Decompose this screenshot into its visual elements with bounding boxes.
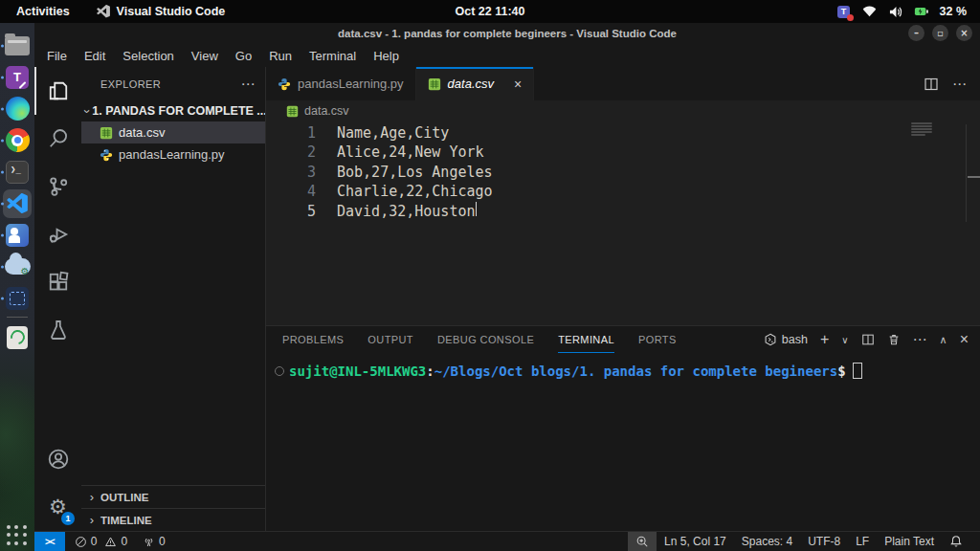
panel-tab-ports[interactable]: PORTS bbox=[638, 326, 677, 353]
activitybar-search[interactable] bbox=[34, 115, 81, 163]
battery-icon bbox=[914, 4, 929, 19]
panel-tab-bar: PROBLEMS OUTPUT DEBUG CONSOLE TERMINAL P… bbox=[266, 326, 980, 353]
explorer-more-actions-icon[interactable]: ⋯ bbox=[241, 76, 256, 93]
panel-tab-debug-console[interactable]: DEBUG CONSOLE bbox=[437, 326, 534, 353]
activitybar-account[interactable] bbox=[34, 435, 81, 483]
timeline-label: TIMELINE bbox=[100, 515, 152, 526]
activitybar-settings[interactable]: ⚙ 1 bbox=[34, 483, 81, 531]
ports-status[interactable]: 0 bbox=[143, 535, 166, 548]
battery-percent: 32 % bbox=[940, 5, 968, 18]
activitybar-extensions[interactable] bbox=[34, 258, 81, 306]
teams-tray-icon[interactable]: T bbox=[836, 4, 852, 19]
system-tray[interactable]: T 32 % bbox=[836, 4, 980, 19]
remote-indicator[interactable]: >< bbox=[34, 532, 65, 551]
dock-item-chrome[interactable] bbox=[0, 124, 34, 156]
activities-button[interactable]: Activities bbox=[16, 5, 70, 18]
volume-icon bbox=[888, 4, 903, 19]
terminal-view[interactable]: sujit@INL-5MLKWG3:~/Blogs/Oct blogs/1. p… bbox=[266, 353, 980, 531]
panel-tab-problems[interactable]: PROBLEMS bbox=[282, 326, 344, 353]
trash-icon bbox=[7, 326, 28, 349]
dock-item-trash[interactable] bbox=[0, 321, 34, 353]
cursor-position[interactable]: Ln 5, Col 17 bbox=[657, 532, 734, 551]
menu-edit[interactable]: Edit bbox=[76, 47, 114, 65]
breadcrumb[interactable]: data.csv bbox=[266, 100, 980, 121]
minimap[interactable] bbox=[911, 122, 932, 137]
menu-run[interactable]: Run bbox=[260, 47, 301, 65]
titlebar[interactable]: data.csv - 1. pandas for complete begine… bbox=[34, 23, 980, 44]
close-panel-icon[interactable]: × bbox=[960, 331, 969, 348]
indentation-setting[interactable]: Spaces: 4 bbox=[734, 532, 800, 551]
dock-item-text-editor[interactable]: T bbox=[0, 61, 34, 93]
panel-more-actions-icon[interactable]: ⋯ bbox=[913, 331, 927, 348]
dock-item-screenshot-tool[interactable] bbox=[0, 282, 34, 314]
dock-item-vscode[interactable] bbox=[0, 187, 34, 219]
shell-selector[interactable]: bash bbox=[764, 333, 808, 346]
maximize-button[interactable]: ▫ bbox=[932, 25, 948, 41]
split-editor-icon[interactable] bbox=[924, 77, 939, 92]
file-item-pandaslearning-py[interactable]: pandasLearning.py bbox=[81, 143, 265, 165]
terminal-prompt-line: sujit@INL-5MLKWG3:~/Blogs/Oct blogs/1. p… bbox=[266, 363, 980, 379]
zoom-magnifier-icon bbox=[635, 535, 649, 548]
editor-more-actions-icon[interactable]: ⋯ bbox=[952, 76, 967, 93]
bottom-panel: PROBLEMS OUTPUT DEBUG CONSOLE TERMINAL P… bbox=[266, 325, 980, 531]
dock-item-edge[interactable] bbox=[0, 93, 34, 124]
ports-count: 0 bbox=[159, 535, 166, 548]
tab-data-csv[interactable]: data.csv × bbox=[416, 67, 535, 100]
activitybar-run-debug[interactable] bbox=[34, 210, 81, 258]
csv-file-icon bbox=[100, 126, 113, 140]
menu-file[interactable]: File bbox=[38, 47, 76, 65]
tab-close-icon[interactable]: × bbox=[514, 77, 522, 92]
terminal-cursor bbox=[853, 363, 862, 379]
dock-item-teams[interactable] bbox=[0, 219, 34, 251]
timeline-section[interactable]: › TIMELINE bbox=[81, 508, 265, 531]
dock-item-terminal[interactable]: ❯_ bbox=[0, 156, 34, 187]
minimize-button[interactable]: – bbox=[908, 25, 924, 41]
command-decoration-icon[interactable] bbox=[275, 366, 284, 376]
focused-app-indicator[interactable]: Visual Studio Code bbox=[97, 5, 226, 18]
menu-help[interactable]: Help bbox=[365, 47, 408, 65]
folder-section-header[interactable]: › 1. PANDAS FOR COMPLETE ... bbox=[81, 100, 265, 121]
outline-section[interactable]: › OUTLINE bbox=[81, 485, 265, 508]
dock-item-files[interactable] bbox=[0, 30, 34, 61]
dock-item-cloud-sync[interactable] bbox=[0, 251, 34, 282]
show-applications-button[interactable] bbox=[7, 525, 28, 546]
language-mode[interactable]: Plain Text bbox=[877, 532, 942, 551]
problems-status[interactable]: 0 0 bbox=[75, 535, 127, 548]
running-dot bbox=[1, 139, 4, 142]
file-item-data-csv[interactable]: data.csv bbox=[81, 121, 265, 143]
bell-icon bbox=[949, 535, 963, 548]
chevron-right-icon: › bbox=[85, 513, 99, 527]
kill-terminal-trash-icon[interactable] bbox=[887, 333, 901, 346]
close-button[interactable]: × bbox=[956, 25, 972, 41]
outline-label: OUTLINE bbox=[100, 492, 148, 503]
activitybar-source-control[interactable] bbox=[34, 163, 81, 210]
panel-tab-output[interactable]: OUTPUT bbox=[368, 326, 413, 353]
menu-selection[interactable]: Selection bbox=[114, 47, 182, 65]
terminal-cwd: ~/Blogs/Oct blogs/1. pandas for complete… bbox=[434, 364, 837, 379]
activitybar-testing[interactable] bbox=[34, 306, 81, 354]
maximize-panel-icon[interactable]: ∧ bbox=[940, 334, 947, 346]
menu-go[interactable]: Go bbox=[227, 47, 260, 65]
testing-flask-icon bbox=[47, 319, 70, 342]
code-editor[interactable]: 1Name,Age,City 2Alice,24,New York 3Bob,2… bbox=[266, 121, 980, 325]
new-terminal-icon[interactable]: + bbox=[820, 331, 829, 348]
split-terminal-icon[interactable] bbox=[861, 333, 875, 346]
minimap-slider[interactable] bbox=[968, 176, 980, 178]
menu-view[interactable]: View bbox=[183, 47, 227, 65]
menu-terminal[interactable]: Terminal bbox=[301, 47, 365, 65]
desktop-screen: Activities Visual Studio Code Oct 22 11:… bbox=[0, 0, 980, 551]
notifications-bell[interactable] bbox=[942, 532, 970, 551]
encoding-setting[interactable]: UTF-8 bbox=[800, 532, 848, 551]
eol-setting[interactable]: LF bbox=[848, 532, 877, 551]
editor-scrollbar[interactable] bbox=[966, 124, 967, 222]
panel-tab-terminal[interactable]: TERMINAL bbox=[558, 326, 614, 353]
tab-pandaslearning-py[interactable]: pandasLearning.py bbox=[266, 67, 416, 100]
activitybar-explorer[interactable] bbox=[34, 67, 81, 115]
zoom-indicator[interactable] bbox=[628, 532, 657, 551]
terminal-dropdown-icon[interactable]: ∨ bbox=[841, 335, 848, 345]
shell-label: bash bbox=[782, 333, 808, 346]
chrome-icon bbox=[6, 128, 30, 152]
vscode-window: data.csv - 1. pandas for complete begine… bbox=[34, 23, 980, 551]
code-line-text: Name,Age,City bbox=[316, 123, 449, 143]
vscode-icon bbox=[3, 189, 32, 218]
